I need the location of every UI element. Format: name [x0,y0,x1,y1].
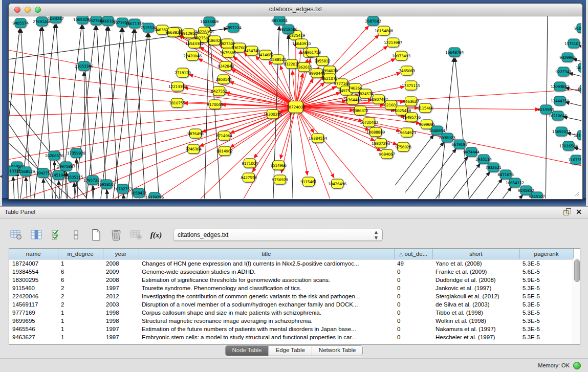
table-row[interactable]: 2242004622012Investigating the contribut… [9,292,573,300]
graph-node[interactable]: 16033809 [200,17,219,26]
graph-node[interactable]: 8938923 [439,133,455,142]
table-cell[interactable]: 5.6E-5 [519,268,573,276]
graph-node[interactable]: 16648784 [445,48,464,57]
select-columns-button[interactable] [30,229,42,240]
delete-rows-button[interactable] [110,229,122,240]
graph-node[interactable]: 2687682 [365,16,381,26]
node-table-grid[interactable]: namein_degreeyeartitle△out_de...shortpag… [9,249,574,341]
graph-edge[interactable] [83,25,94,199]
new-table-button[interactable] [90,229,102,240]
graph-node[interactable]: 6961758 [304,48,321,57]
table-cell[interactable]: 6 [58,276,103,284]
table-cell[interactable]: Jankovic et al. (1997) [432,284,519,292]
graph-edge[interactable] [43,179,45,199]
graph-node[interactable]: 9242848 [217,61,234,71]
table-cell[interactable]: 9699695 [9,317,58,325]
graph-node[interactable]: 17016504 [559,141,578,150]
close-panel-icon[interactable]: ✕ [576,208,582,215]
table-cell[interactable]: 1 [58,309,103,317]
graph-node[interactable]: 9684067 [379,149,395,159]
graph-edge[interactable] [112,29,134,199]
table-cell[interactable]: 1998 [103,317,139,325]
table-cell[interactable]: 5.3E-5 [519,317,573,325]
graph-node[interactable]: 2935114 [475,155,492,164]
tab-edge-table[interactable]: Edge Table [268,346,311,356]
graph-node[interactable]: 12093832 [551,82,569,91]
graph-edge[interactable] [135,29,146,199]
select-all-button[interactable] [50,229,62,240]
graph-node[interactable]: 9463627 [403,97,419,106]
table-cell[interactable]: 0 [394,333,432,341]
graph-edge[interactable] [455,58,470,199]
graph-edge[interactable] [574,147,581,155]
graph-node[interactable]: 8714964 [216,131,232,140]
table-cell[interactable]: de Silva et al. (2003) [432,300,519,309]
graph-node[interactable]: 8215955 [538,105,554,114]
table-cell[interactable]: 5.3E-5 [519,300,573,309]
graph-edge[interactable] [569,73,581,80]
graph-node[interactable]: 9405574 [12,18,29,28]
graph-node[interactable]: 7246364 [185,144,202,154]
table-cell[interactable]: 9777169 [9,309,58,317]
graph-edge[interactable] [210,27,221,199]
table-cell[interactable]: Embryonic stem cells: a model to study s… [139,333,394,341]
table-row[interactable]: 946554611997Estimation of the future num… [9,325,573,333]
network-canvas[interactable]: 1872400789601238912955182260589827503818… [9,16,581,199]
table-row[interactable]: 1830029562008Estimation of significance … [9,276,573,284]
graph-edge[interactable] [405,142,444,192]
graph-node[interactable]: 9675685 [220,48,236,57]
column-header-short[interactable]: short [432,249,519,259]
graph-node[interactable]: 1441630 [576,63,581,72]
graph-edge[interactable] [9,107,296,139]
graph-edge[interactable] [97,26,107,199]
graph-edge[interactable] [17,172,19,199]
column-header-title[interactable]: title [139,249,394,259]
table-cell[interactable]: 14569117 [9,300,58,309]
graph-edge[interactable] [442,164,480,199]
table-row[interactable]: 969969511998Structural magnetic resonanc… [9,317,573,325]
graph-node[interactable]: 7514966 [270,161,287,170]
table-cell[interactable]: 5.3E-5 [519,259,573,268]
column-header-year[interactable]: year [103,249,139,259]
table-cell[interactable]: 6 [58,268,103,276]
graph-edge[interactable] [123,28,134,199]
table-cell[interactable]: 9115460 [9,284,58,292]
graph-node[interactable]: 8813054 [271,16,288,25]
table-row[interactable]: 911546021997Tourette syndrome. Phenomeno… [9,284,573,292]
graph-node[interactable]: 2803144 [215,75,232,84]
graph-node[interactable]: 1167553 [568,155,581,164]
table-cell[interactable]: Changes of HCN gene expression and I(f) … [139,259,394,268]
graph-node[interactable]: 7832621 [485,163,502,172]
graph-node[interactable]: 2718120 [175,68,191,77]
table-cell[interactable]: 0 [394,317,432,325]
network-graph-svg[interactable]: 1872400789601238912955182260589827503818… [9,16,581,199]
graph-node[interactable]: 9171004 [242,159,258,168]
table-cell[interactable]: Estimation of the future numbers of pati… [139,325,394,333]
column-header-pagerank[interactable]: pagerank [519,249,573,259]
table-cell[interactable]: Disruption of a novel member of a sodium… [139,300,394,309]
deselect-all-button[interactable] [70,229,82,240]
table-cell[interactable]: 2 [58,300,103,309]
table-cell[interactable]: Tourette syndrome. Phenomenology and cla… [139,284,394,292]
graph-edge[interactable] [9,93,296,107]
table-cell[interactable]: Yano et al. (2008) [432,259,519,268]
table-cell[interactable]: Investigating the contribution of common… [139,292,394,300]
table-row[interactable]: 1872400712008Changes of HCN gene express… [9,259,573,268]
table-cell[interactable]: Nakamura et al. (1997) [432,325,519,333]
graph-node[interactable]: 12213399 [168,82,187,91]
table-cell[interactable]: 5.3E-5 [519,325,573,333]
graph-node[interactable]: 9115461 [300,177,317,186]
graph-node[interactable]: 8814962 [216,146,233,156]
table-cell[interactable]: 1 [58,333,103,341]
table-cell[interactable]: 5.5E-5 [519,292,573,300]
window-resize-grip[interactable] [574,191,580,197]
function-builder-button[interactable]: f(x) [150,229,162,240]
memory-ok-indicator[interactable] [573,362,581,369]
scrollbar-thumb[interactable] [574,259,580,282]
table-cell[interactable]: Wolkin et al. (1998) [432,317,519,325]
graph-edge[interactable] [59,181,60,199]
table-cell[interactable]: 2008 [103,276,139,284]
graph-node[interactable]: 6679197 [451,140,468,149]
graph-edge[interactable] [107,190,108,199]
graph-node[interactable]: 9170041 [207,100,223,109]
